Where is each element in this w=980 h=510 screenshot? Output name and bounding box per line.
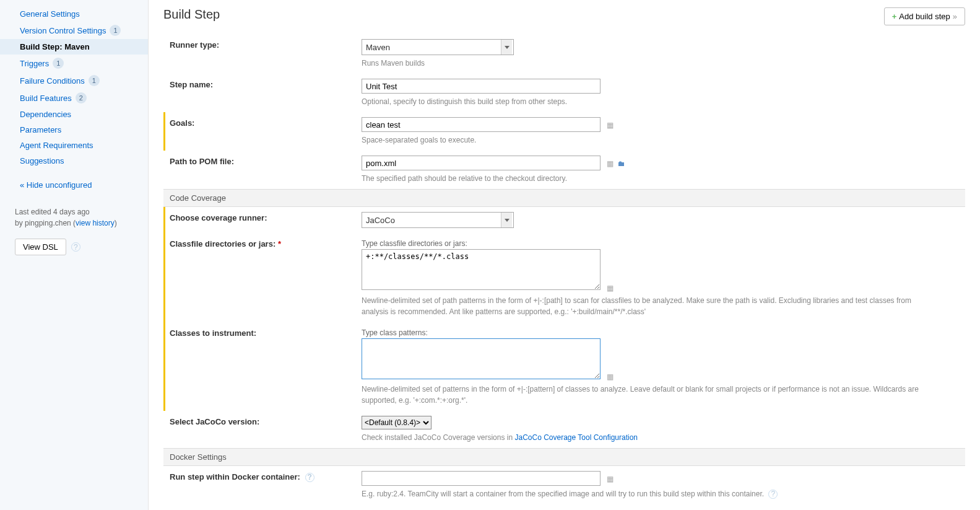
instrument-pre: Type class patterns: <box>362 327 919 338</box>
pom-hint: The specified path should be relative to… <box>362 173 919 184</box>
tree-icon[interactable]: 🖿 <box>618 159 625 168</box>
sidebar-item-build-step-maven[interactable]: Build Step: Maven <box>0 39 148 55</box>
instrument-textarea[interactable] <box>362 338 601 379</box>
runner-type-hint: Runs Maven builds <box>362 58 919 69</box>
classfiles-pre: Type classfile directories or jars: <box>362 238 919 249</box>
help-icon[interactable]: ? <box>305 473 314 482</box>
sidebar-item-general-settings[interactable]: General Settings <box>0 6 148 22</box>
view-history-link[interactable]: view history <box>76 219 115 227</box>
vars-icon[interactable]: ▦ <box>607 372 614 381</box>
page-title: Build Step <box>163 7 220 22</box>
plus-icon: + <box>892 12 897 21</box>
vars-icon[interactable]: ▦ <box>607 284 614 292</box>
step-name-hint: Optional, specify to distinguish this bu… <box>362 96 919 107</box>
sidebar: General SettingsVersion Control Settings… <box>0 0 149 510</box>
count-badge: 1 <box>110 25 121 36</box>
docker-header: Docker Settings <box>163 448 965 466</box>
step-name-label: Step name: <box>170 79 362 89</box>
sidebar-item-triggers[interactable]: Triggers1 <box>0 55 148 72</box>
last-edited-info: Last edited 4 days ago by pingping.chen … <box>0 201 148 231</box>
runner-type-select[interactable]: Maven <box>362 39 514 55</box>
vars-icon[interactable]: ▦ <box>607 159 614 168</box>
sidebar-item-failure-conditions[interactable]: Failure Conditions1 <box>0 72 148 89</box>
docker-input[interactable] <box>362 471 601 486</box>
docker-hint: E.g. ruby:2.4. TeamCity will start a con… <box>362 488 919 499</box>
count-badge: 1 <box>89 75 100 86</box>
sidebar-item-dependencies[interactable]: Dependencies <box>0 107 148 122</box>
jacoco-version-label: Select JaCoCo version: <box>170 416 362 426</box>
vars-icon[interactable]: ▦ <box>607 475 614 483</box>
jacoco-version-hint: Check installed JaCoCo Coverage versions… <box>362 432 919 443</box>
add-build-step-button[interactable]: + Add build step » <box>884 7 965 25</box>
jacoco-version-select[interactable]: <Default (0.8.4)> <box>362 416 431 429</box>
hide-unconfigured[interactable]: « Hide unconfigured <box>0 177 148 193</box>
pom-label: Path to POM file: <box>170 156 362 166</box>
pom-input[interactable] <box>362 156 601 170</box>
sidebar-item-parameters[interactable]: Parameters <box>0 122 148 138</box>
goals-hint: Space-separated goals to execute. <box>362 134 919 146</box>
classfiles-hint: Newline-delimited set of path patterns i… <box>362 295 919 317</box>
runner-type-label: Runner type: <box>170 39 362 50</box>
jacoco-config-link[interactable]: JaCoCo Coverage Tool Configuration <box>514 433 638 442</box>
chevron-down-icon <box>501 213 512 227</box>
count-badge: 1 <box>53 58 64 69</box>
sidebar-item-build-features[interactable]: Build Features2 <box>0 89 148 107</box>
vars-icon[interactable]: ▦ <box>607 121 614 130</box>
count-badge: 2 <box>76 92 87 103</box>
code-coverage-header: Code Coverage <box>163 189 965 207</box>
goals-input[interactable] <box>362 117 601 132</box>
help-icon[interactable]: ? <box>768 490 778 499</box>
docker-label: Run step within Docker container: ? <box>170 471 362 482</box>
coverage-runner-label: Choose coverage runner: <box>170 212 362 222</box>
classfiles-label: Classfile directories or jars: * <box>170 238 362 248</box>
chevron-down-icon <box>501 40 512 55</box>
step-name-input[interactable] <box>362 79 601 94</box>
instrument-hint: Newline-delimited set of patterns in the… <box>362 384 919 406</box>
instrument-label: Classes to instrument: <box>170 327 362 338</box>
sidebar-item-agent-requirements[interactable]: Agent Requirements <box>0 138 148 153</box>
chevron-right-icon: » <box>953 12 957 21</box>
main-content: Build Step + Add build step » Runner typ… <box>149 0 980 510</box>
classfiles-textarea[interactable] <box>362 249 601 290</box>
sidebar-item-suggestions[interactable]: Suggestions <box>0 153 148 169</box>
help-icon[interactable]: ? <box>71 242 80 252</box>
coverage-runner-select[interactable]: JaCoCo <box>362 212 514 228</box>
sidebar-item-version-control-settings[interactable]: Version Control Settings1 <box>0 22 148 39</box>
goals-label: Goals: <box>170 117 362 128</box>
view-dsl-button[interactable]: View DSL <box>15 239 66 255</box>
